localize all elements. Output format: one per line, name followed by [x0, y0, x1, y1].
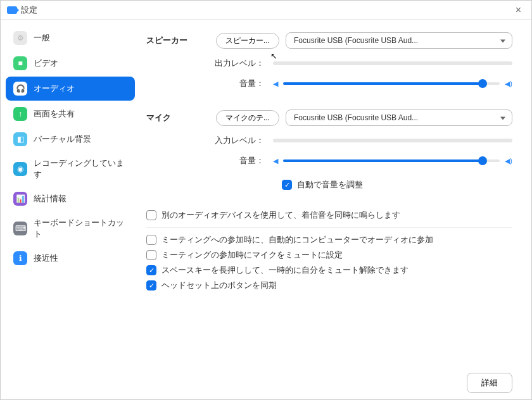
speaker-output-level: [273, 61, 512, 65]
sidebar-item-video[interactable]: ■ ビデオ: [6, 51, 135, 75]
sidebar-item-label: 一般: [34, 32, 50, 44]
sidebar-item-audio[interactable]: 🎧 オーディオ: [6, 77, 135, 101]
divider: [146, 227, 512, 228]
volume-low-icon: ◀: [273, 157, 278, 165]
test-speaker-button[interactable]: スピーカー...: [216, 33, 279, 49]
input-level-label: 入力レベル：: [146, 135, 273, 146]
sidebar-item-label: 接近性: [34, 253, 58, 264]
settings-window: 設定 × ⚙ 一般 ■ ビデオ 🎧 オーディオ ↑ 画面を共有 ◧ バ: [0, 0, 532, 400]
mic-input-level: [273, 139, 512, 142]
mic-volume-slider[interactable]: [283, 159, 500, 162]
close-icon[interactable]: ×: [512, 3, 525, 17]
sidebar-item-share-screen[interactable]: ↑ 画面を共有: [6, 102, 135, 126]
sidebar-item-recording[interactable]: ◉ レコーディングしています: [6, 153, 135, 185]
speaker-label: スピーカー: [146, 35, 216, 46]
mic-volume-label: 音量：: [146, 155, 273, 166]
sidebar-item-label: オーディオ: [34, 83, 75, 94]
sync-headset-label: ヘッドセット上のボタンを同期: [162, 280, 277, 291]
gear-icon: ⚙: [13, 31, 27, 45]
sync-headset-checkbox[interactable]: ✓: [146, 280, 156, 291]
mic-label: マイク: [146, 112, 216, 123]
sidebar-item-label: レコーディングしています: [34, 158, 127, 180]
volume-low-icon: ◀: [273, 80, 278, 88]
video-icon: ■: [13, 56, 27, 70]
background-icon: ◧: [13, 132, 27, 146]
ring-separate-label: 別のオーディオデバイスを使用して、着信音を同時に鳴らします: [162, 209, 400, 221]
ring-separate-checkbox[interactable]: [146, 210, 156, 220]
volume-high-icon: ◀): [505, 80, 512, 88]
sidebar-item-label: バーチャル背景: [34, 134, 91, 145]
speaker-device-dropdown[interactable]: Focusrite USB (Focusrite USB Aud...: [286, 32, 512, 49]
auto-join-audio-label: ミーティングへの参加時に、自動的にコンピューターでオーディオに参加: [162, 234, 433, 246]
push-to-talk-checkbox[interactable]: ✓: [146, 265, 156, 275]
mic-device-value: Focusrite USB (Focusrite USB Aud...: [294, 113, 418, 122]
auto-adjust-label: 自動で音量を調整: [297, 179, 363, 191]
details-button[interactable]: 詳細: [467, 373, 512, 393]
titlebar: 設定 ×: [1, 1, 531, 20]
speaker-device-value: Focusrite USB (Focusrite USB Aud...: [294, 36, 418, 45]
sidebar-item-stats[interactable]: 📊 統計情報: [6, 187, 135, 211]
stats-icon: 📊: [13, 192, 27, 206]
sidebar-item-accessibility[interactable]: ℹ 接近性: [6, 246, 135, 270]
sidebar-item-label: 画面を共有: [34, 108, 75, 120]
volume-high-icon: ◀): [505, 157, 512, 165]
main-panel: スピーカー スピーカー... Focusrite USB (Focusrite …: [140, 20, 531, 399]
window-title: 設定: [21, 4, 37, 16]
speaker-volume-label: 音量：: [146, 78, 273, 89]
share-icon: ↑: [13, 107, 27, 121]
push-to-talk-label: スペースキーを長押しして、一時的に自分をミュート解除できます: [162, 265, 408, 276]
mute-on-join-checkbox[interactable]: [146, 250, 156, 260]
sidebar: ⚙ 一般 ■ ビデオ 🎧 オーディオ ↑ 画面を共有 ◧ バーチャル背景 ◉ レ…: [1, 20, 140, 399]
auto-join-audio-checkbox[interactable]: [146, 235, 156, 245]
record-icon: ◉: [13, 162, 27, 176]
sidebar-item-label: ビデオ: [34, 58, 58, 69]
keyboard-icon: ⌨: [13, 222, 27, 235]
headphones-icon: 🎧: [13, 82, 27, 96]
sidebar-item-label: 統計情報: [34, 193, 66, 204]
test-mic-button[interactable]: マイクのテ...: [216, 110, 279, 126]
mute-on-join-label: ミーティングの参加時にマイクをミュートに設定: [162, 249, 343, 261]
info-icon: ℹ: [13, 251, 27, 265]
cursor-icon: ↖: [270, 51, 277, 61]
sidebar-item-virtual-bg[interactable]: ◧ バーチャル背景: [6, 127, 135, 151]
auto-adjust-checkbox[interactable]: ✓: [282, 180, 292, 190]
sidebar-item-shortcuts[interactable]: ⌨ キーボードショートカット: [6, 212, 135, 245]
speaker-volume-slider[interactable]: [283, 82, 500, 85]
sidebar-item-general[interactable]: ⚙ 一般: [6, 26, 135, 50]
app-icon: [7, 6, 17, 14]
output-level-label: 出力レベル：: [146, 58, 273, 69]
sidebar-item-label: キーボードショートカット: [34, 217, 127, 240]
mic-device-dropdown[interactable]: Focusrite USB (Focusrite USB Aud...: [286, 109, 512, 126]
